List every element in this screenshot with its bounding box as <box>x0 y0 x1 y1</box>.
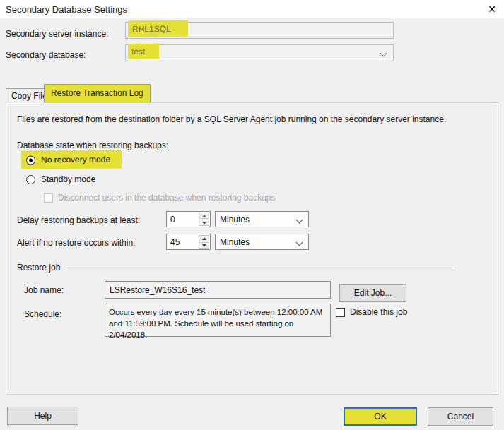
job-name-field[interactable]: LSRestore_W16S16_test <box>105 281 331 299</box>
job-name-value: LSRestore_W16S16_test <box>110 285 205 295</box>
radio-no-recovery-mode[interactable]: No recovery mode <box>21 150 122 169</box>
spin-up-icon[interactable] <box>199 235 209 241</box>
spin-down-icon[interactable] <box>199 220 209 226</box>
delay-unit-combobox[interactable]: Minutes <box>215 211 309 227</box>
checkbox-unchecked-icon <box>336 308 345 317</box>
radio-no-recovery-label: No recovery mode <box>41 155 110 165</box>
restore-intro-text: Files are restored from the destination … <box>17 114 485 124</box>
database-state-label: Database state when restoring backups: <box>17 141 168 150</box>
checkbox-unchecked-icon <box>44 193 53 203</box>
radio-selected-icon <box>26 155 35 165</box>
cancel-button[interactable]: Cancel <box>428 407 493 426</box>
alert-restore-label: Alert if no restore occurs within: <box>17 238 135 248</box>
chevron-down-icon <box>380 50 387 57</box>
title-bar: Secondary Database Settings ✕ <box>0 0 504 18</box>
chevron-down-icon <box>296 239 303 246</box>
schedule-label: Schedule: <box>24 309 61 319</box>
disable-job-checkbox[interactable]: Disable this job <box>336 307 407 317</box>
database-label: Secondary database: <box>6 50 86 60</box>
tab-restore-transaction-log[interactable]: Restore Transaction Log <box>44 84 151 103</box>
delay-spinner[interactable]: 0 <box>166 211 211 227</box>
group-divider <box>67 268 456 268</box>
disable-job-label: Disable this job <box>350 307 407 317</box>
database-combobox: test <box>125 44 394 61</box>
radio-standby-label: Standby mode <box>41 174 95 184</box>
edit-job-button[interactable]: Edit Job... <box>339 284 406 302</box>
chevron-down-icon <box>296 217 303 224</box>
delay-restore-label: Delay restoring backups at least: <box>17 215 140 225</box>
spin-up-icon[interactable] <box>199 213 209 219</box>
dialog-title: Secondary Database Settings <box>6 4 127 15</box>
delay-unit-value: Minutes <box>220 215 250 225</box>
spin-down-icon[interactable] <box>199 242 209 249</box>
close-icon[interactable]: ✕ <box>485 2 499 16</box>
disconnect-users-label: Disconnect users in the database when re… <box>58 193 276 203</box>
alert-value[interactable]: 45 <box>167 234 198 249</box>
job-name-label: Job name: <box>24 285 64 295</box>
delay-value[interactable]: 0 <box>167 212 198 227</box>
disconnect-users-checkbox: Disconnect users in the database when re… <box>44 193 276 203</box>
schedule-field: Occurs every day every 15 minute(s) betw… <box>105 304 331 337</box>
restore-job-group-label: Restore job <box>17 263 60 273</box>
ok-button[interactable]: OK <box>344 407 417 426</box>
alert-unit-combobox[interactable]: Minutes <box>215 234 309 250</box>
database-value: test <box>128 44 159 59</box>
alert-spinner[interactable]: 45 <box>166 234 211 250</box>
alert-unit-value: Minutes <box>220 237 250 247</box>
radio-standby-mode[interactable]: Standby mode <box>26 174 95 184</box>
schedule-value: Occurs every day every 15 minute(s) betw… <box>109 308 322 339</box>
server-instance-value: RHL1SQL <box>128 20 188 37</box>
radio-unselected-icon <box>26 175 35 184</box>
server-instance-label: Secondary server instance: <box>6 29 108 39</box>
help-button[interactable]: Help <box>7 407 78 425</box>
server-instance-field: RHL1SQL <box>125 22 394 39</box>
